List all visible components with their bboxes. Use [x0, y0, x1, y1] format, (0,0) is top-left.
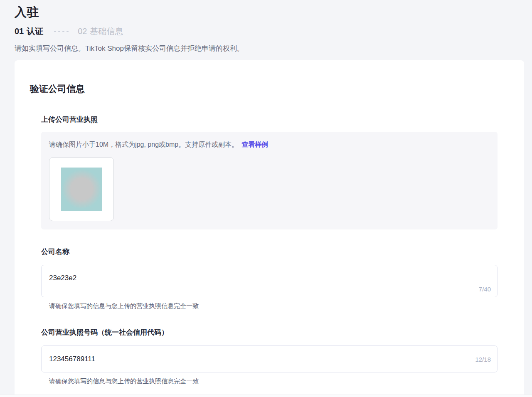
step-2-label: 基础信息: [90, 26, 123, 37]
license-number-input[interactable]: [41, 345, 498, 372]
view-sample-link[interactable]: 查看样例: [241, 141, 268, 149]
step-2-basic-info[interactable]: 02 基础信息: [78, 26, 123, 37]
company-name-helper: 请确保您填写的信息与您上传的营业执照信息完全一致: [49, 302, 498, 310]
step-indicator: 01 认证 02 基础信息: [15, 26, 524, 37]
bottom-bar-edge: [0, 395, 532, 397]
page-header: 入驻 01 认证 02 基础信息 请如实填写公司信息。TikTok Shop保留…: [0, 0, 532, 53]
step-1-authentication[interactable]: 01 认证: [15, 26, 43, 37]
upload-hint-text: 请确保图片小于10M，格式为jpg, png或bmp。支持原件或副本。: [49, 141, 238, 149]
license-number-helper: 请确保您填写的信息与您上传的营业执照信息完全一致: [49, 377, 498, 385]
license-image-preview: [61, 168, 102, 211]
company-verification-card: 验证公司信息 上传公司营业执照 请确保图片小于10M，格式为jpg, png或b…: [15, 60, 524, 395]
company-name-label: 公司名称: [41, 247, 498, 256]
step-2-number: 02: [78, 27, 87, 36]
upload-hint-row: 请确保图片小于10M，格式为jpg, png或bmp。支持原件或副本。 查看样例: [49, 141, 490, 149]
onboarding-page: 入驻 01 认证 02 基础信息 请如实填写公司信息。TikTok Shop保留…: [0, 0, 532, 397]
page-title: 入驻: [15, 4, 524, 21]
page-description: 请如实填写公司信息。TikTok Shop保留核实公司信息并拒绝申请的权利。: [15, 44, 524, 53]
company-name-field-block: 公司名称 23e23e2 7/40 请确保您填写的信息与您上传的营业执照信息完全…: [41, 247, 498, 310]
step-1-label: 认证: [27, 26, 43, 37]
step-1-number: 01: [15, 27, 24, 36]
step-separator-dots: [54, 31, 69, 32]
company-name-input[interactable]: 23e23e2: [41, 265, 498, 297]
card-heading: 验证公司信息: [30, 83, 524, 95]
form-body: 上传公司营业执照 请确保图片小于10M，格式为jpg, png或bmp。支持原件…: [41, 115, 498, 385]
upload-license-label: 上传公司营业执照: [41, 115, 498, 124]
license-number-field-block: 公司营业执照号码（统一社会信用代码） 12/18 请确保您填写的信息与您上传的营…: [41, 328, 498, 385]
company-name-input-wrap: 23e23e2 7/40: [41, 265, 498, 297]
license-number-label: 公司营业执照号码（统一社会信用代码）: [41, 328, 498, 337]
uploaded-license-thumbnail[interactable]: [49, 157, 114, 221]
license-number-input-wrap: 12/18: [41, 345, 498, 372]
upload-panel: 请确保图片小于10M，格式为jpg, png或bmp。支持原件或副本。 查看样例: [41, 132, 498, 229]
